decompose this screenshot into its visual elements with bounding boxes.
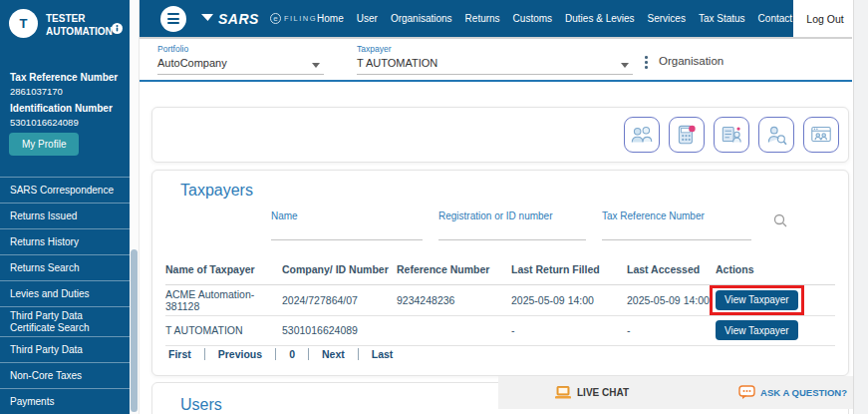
person-search-icon[interactable] [758,117,794,153]
table-header-row: Name of Taxpayer Company/ ID Number Refe… [165,254,835,284]
tax-reference-value: 2861037170 [10,86,118,97]
name-search-label: Name [271,210,423,221]
highlight-box: View Taxpayer [710,285,804,315]
sidebar-item-payments[interactable]: Payments [0,388,130,414]
chevron-down-icon [312,63,320,68]
users-title: Users [180,396,222,414]
cell-company-id: 2024/727864/07 [282,284,397,315]
cell-last-return: 2025-05-09 14:00 [511,284,627,315]
page-right-margin [853,0,868,414]
sidebar-scrollbar[interactable] [130,0,140,414]
live-chat-label: LIVE CHAT [577,387,629,398]
tax-reference-block: Tax Reference Number 2861037170 [10,72,118,97]
portfolio-bar: Portfolio AutoCompany Taxpayer T AUTOMAT… [140,39,852,82]
taxpayer-field: Taxpayer T AUTOMATION [357,44,633,75]
calculator-icon[interactable] [669,117,705,153]
nav-home[interactable]: Home [317,13,344,24]
logout-button[interactable]: Log Out [797,0,853,37]
table-row: ACME Automation-381128 2024/727864/07 92… [165,284,835,315]
third-party-data-icon[interactable] [714,117,749,153]
my-profile-button[interactable]: My Profile [9,133,79,156]
name-search-input[interactable] [271,225,423,240]
user-name-line2: AUTOMATION [46,25,113,38]
nav-services[interactable]: Services [648,13,686,24]
top-nav-items: Home User Organisations Returns Customs … [317,13,806,24]
registration-search-field: Registration or ID number [438,210,586,240]
quick-actions-card [151,107,849,163]
header-actions: Actions [716,254,835,284]
identification-block: Identification Number 5301016624089 [10,103,113,128]
cell-last-return: - [511,315,627,345]
name-search-field: Name [271,210,423,240]
taxpayers-title: Taxpayers [180,182,253,200]
people-group-icon[interactable] [624,117,660,153]
identification-label: Identification Number [10,103,113,114]
sidebar-item-levies-and-duties[interactable]: Levies and Duties [0,280,130,306]
efiling-e-icon: e [270,13,281,24]
nav-returns[interactable]: Returns [465,13,500,24]
user-name: TESTER AUTOMATION [46,12,113,38]
kebab-menu-icon[interactable] [643,54,650,71]
header-company-id-number: Company/ ID Number [282,254,397,284]
cell-last-accessed: 2025-05-09 14:00 [627,284,716,315]
tax-reference-search-field: Tax Reference Number [602,210,751,240]
header-last-return-filled: Last Return Filled [511,254,627,284]
header-name-of-taxpayer: Name of Taxpayer [165,254,282,284]
nav-user[interactable]: User [357,13,378,24]
cell-last-accessed: - [627,315,716,345]
registration-search-input[interactable] [438,225,586,240]
tax-reference-search-label: Tax Reference Number [602,210,751,221]
cell-reference [397,315,511,345]
sidebar-item-returns-issued[interactable]: Returns Issued [0,203,130,228]
taxpayer-label: Taxpayer [357,44,633,54]
nav-organisations[interactable]: Organisations [391,13,452,24]
sars-logo-text: SARS [218,11,259,27]
tax-reference-search-input[interactable] [602,225,751,240]
sidebar-menu: SARS Correspondence Returns Issued Retur… [0,177,130,414]
nav-customs[interactable]: Customs [513,13,552,24]
pagination-current-page: 0 [275,348,308,360]
sidebar-scrollbar-thumb[interactable] [131,249,138,412]
view-taxpayer-button[interactable]: View Taxpayer [716,290,798,310]
pagination: First Previous 0 Next Last [166,348,406,360]
info-icon[interactable] [112,20,123,31]
header-last-accessed: Last Accessed [627,254,716,284]
cell-reference: 9234248236 [397,284,511,315]
nav-contact[interactable]: Contact [758,13,792,24]
taxpayers-table: Name of Taxpayer Company/ ID Number Refe… [165,254,835,346]
tax-reference-label: Tax Reference Number [10,72,118,83]
app-window: T TESTER AUTOMATION Tax Reference Number… [0,0,868,414]
efiling-logo-text: FILING [284,14,317,23]
portfolio-value: AutoCompany [157,57,227,69]
sidebar-item-third-party-data-certificate-search[interactable]: Third Party Data Certificate Search [0,306,130,336]
menu-hamburger-icon[interactable] [160,6,186,32]
sidebar-item-third-party-data[interactable]: Third Party Data [0,336,130,362]
pagination-previous[interactable]: Previous [204,348,275,360]
portfolio-select[interactable]: AutoCompany [157,54,324,75]
sidebar-item-returns-history[interactable]: Returns History [0,228,130,254]
pagination-first[interactable]: First [166,348,204,360]
sidebar: T TESTER AUTOMATION Tax Reference Number… [0,0,130,414]
portal-users-icon[interactable] [803,117,839,153]
ask-question-button[interactable]: ASK A QUESTION? [738,376,847,409]
pagination-next[interactable]: Next [308,348,358,360]
sidebar-item-returns-search[interactable]: Returns Search [0,254,130,280]
speech-bubble-icon [738,385,755,400]
taxpayer-select[interactable]: T AUTOMATION [357,54,633,75]
cell-actions: View Taxpayer [716,315,835,345]
sidebar-item-sars-correspondence[interactable]: SARS Correspondence [0,177,130,203]
search-icon[interactable] [772,212,788,232]
identification-value: 5301016624089 [10,117,113,128]
user-name-line1: TESTER [46,12,113,25]
live-chat-button[interactable]: LIVE CHAT [555,376,629,409]
avatar: T [9,9,38,38]
registration-search-label: Registration or ID number [438,210,586,221]
nav-duties-levies[interactable]: Duties & Levies [565,13,634,24]
sidebar-item-non-core-taxes[interactable]: Non-Core Taxes [0,362,130,388]
view-taxpayer-button[interactable]: View Taxpayer [716,320,798,340]
pagination-last[interactable]: Last [358,348,407,360]
nav-tax-status[interactable]: Tax Status [699,13,745,24]
table-row: T AUTOMATION 5301016624089 - - View Taxp… [165,315,835,345]
top-navigation-bar: SARS e FILING Home User Organisations Re… [140,0,793,37]
live-chat-icon [555,386,571,399]
